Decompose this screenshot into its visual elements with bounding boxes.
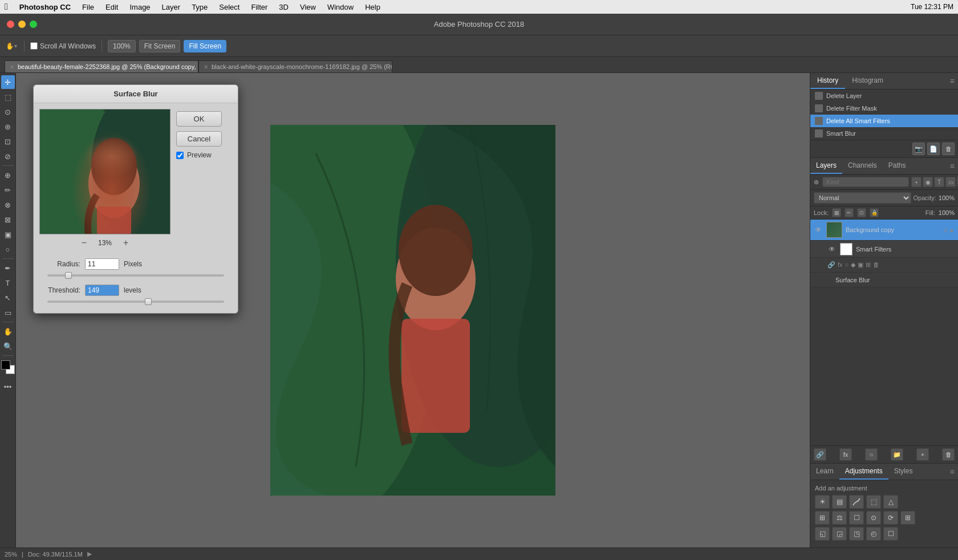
- menu-image[interactable]: Image: [127, 3, 152, 11]
- selective-color-button[interactable]: ☐: [883, 527, 898, 541]
- tab-1[interactable]: ✕ beautiful-beauty-female-2252368.jpg @ …: [5, 60, 198, 72]
- extras-tool[interactable]: •••: [1, 380, 15, 393]
- lasso-tool[interactable]: ⊙: [1, 105, 15, 119]
- add-mask-button[interactable]: ○: [865, 448, 878, 461]
- invert-button[interactable]: ◱: [815, 527, 830, 541]
- threshold-slider-track[interactable]: [47, 301, 224, 303]
- tab-styles[interactable]: Styles: [888, 464, 919, 480]
- zoom-in-icon[interactable]: +: [123, 238, 128, 248]
- copy-icon[interactable]: ⊞: [866, 261, 871, 269]
- hue-saturation-button[interactable]: ⊞: [815, 511, 830, 525]
- marquee-tool[interactable]: ⬚: [1, 90, 15, 104]
- layer-scroll-icon[interactable]: ▲: [949, 227, 955, 233]
- sub-layer-surface-blur[interactable]: 🔗 fx ○ ◆ ▣ ⊞ 🗑: [810, 258, 958, 273]
- fit-screen-button[interactable]: Fit Screen: [139, 40, 181, 52]
- mask-diamond-icon[interactable]: ◆: [851, 261, 855, 269]
- vibrance-button[interactable]: △: [883, 495, 898, 509]
- adj-panel-menu-icon[interactable]: ≡: [950, 467, 955, 476]
- pen-tool[interactable]: ✒: [1, 261, 15, 275]
- menu-edit[interactable]: Edit: [103, 3, 120, 11]
- canvas-area[interactable]: Surface Blur: [16, 73, 810, 547]
- hand-tool-btn[interactable]: ✋: [1, 324, 15, 338]
- filter-adjustment-icon[interactable]: ◉: [923, 177, 933, 187]
- zoom-display[interactable]: 100%: [108, 40, 136, 52]
- new-document-button[interactable]: 📄: [927, 143, 940, 155]
- color-lookup-button[interactable]: ⊞: [900, 511, 915, 525]
- tab-histogram[interactable]: Histogram: [845, 73, 890, 89]
- menu-filter[interactable]: Filter: [249, 3, 270, 11]
- lock-pixels-icon[interactable]: ▦: [832, 208, 841, 217]
- mask-square-icon[interactable]: ▣: [858, 261, 863, 269]
- new-snapshot-button[interactable]: 📷: [912, 143, 925, 155]
- layer-smart-filter-icon[interactable]: ⊙: [943, 227, 948, 233]
- gradient-tool[interactable]: ▣: [1, 228, 15, 241]
- scroll-all-windows-checkbox[interactable]: Scroll All Windows: [30, 42, 96, 50]
- tab-channels[interactable]: Channels: [842, 158, 883, 174]
- scroll-all-windows-input[interactable]: [30, 42, 38, 50]
- layers-panel-menu-icon[interactable]: ≡: [950, 161, 955, 171]
- menu-layer[interactable]: Layer: [160, 3, 183, 11]
- tab-2-close[interactable]: ✕: [204, 64, 208, 70]
- dodge-tool[interactable]: ○: [1, 242, 15, 256]
- threshold-input[interactable]: [85, 285, 119, 296]
- levels-button[interactable]: ▤: [832, 495, 847, 509]
- path-select-tool[interactable]: ↖: [1, 291, 15, 305]
- menu-view[interactable]: View: [298, 3, 318, 11]
- history-item-4[interactable]: Smart Blur: [810, 127, 958, 140]
- zoom-tool[interactable]: 🔍: [1, 339, 15, 353]
- blend-mode-select[interactable]: Normal: [814, 192, 911, 204]
- status-expand-arrow[interactable]: ▶: [87, 550, 92, 558]
- threshold-button[interactable]: ◳: [849, 527, 864, 541]
- fx-icon[interactable]: fx: [838, 261, 843, 269]
- history-panel-menu-icon[interactable]: ≡: [950, 76, 955, 86]
- lock-all-icon[interactable]: 🔒: [870, 208, 879, 217]
- healing-tool[interactable]: ⊕: [1, 168, 15, 182]
- minimize-button[interactable]: [18, 21, 26, 28]
- new-layer-button[interactable]: +: [916, 448, 929, 461]
- tab-2[interactable]: ✕ black-and-white-grayscale-monochrome-1…: [198, 60, 392, 72]
- fill-screen-button[interactable]: Fill Screen: [184, 40, 226, 52]
- tab-adjustments[interactable]: Adjustments: [839, 464, 888, 480]
- photo-filter-button[interactable]: ⊙: [866, 511, 881, 525]
- preview-checkbox-label[interactable]: Preview: [176, 151, 222, 159]
- ok-button[interactable]: OK: [176, 111, 222, 127]
- link-layers-button[interactable]: 🔗: [814, 448, 826, 461]
- menu-select[interactable]: Select: [217, 3, 242, 11]
- menu-photoshop[interactable]: Photoshop CC: [17, 3, 73, 11]
- tab-learn[interactable]: Learn: [810, 464, 839, 480]
- lock-artboard-icon[interactable]: ⊡: [857, 208, 866, 217]
- foreground-color-swatch[interactable]: [1, 360, 10, 370]
- hand-tool[interactable]: ✋ ▾: [5, 39, 18, 53]
- radius-slider-track[interactable]: [47, 274, 224, 277]
- quick-select-tool[interactable]: ⊛: [1, 120, 15, 133]
- link-icon[interactable]: 🔗: [827, 261, 835, 269]
- radius-slider-thumb[interactable]: [65, 272, 72, 279]
- filter-input[interactable]: [822, 177, 909, 187]
- delete-state-button[interactable]: 🗑: [942, 143, 955, 155]
- delete-layer-button[interactable]: 🗑: [942, 448, 955, 461]
- preview-checkbox[interactable]: [176, 152, 184, 159]
- threshold-slider-thumb[interactable]: [145, 298, 152, 305]
- apple-menu[interactable]: : [5, 2, 8, 12]
- gradient-map-button[interactable]: ◴: [866, 527, 881, 541]
- lock-position-icon[interactable]: ✏: [845, 208, 854, 217]
- channel-mixer-button[interactable]: ⟳: [883, 511, 898, 525]
- menu-file[interactable]: File: [80, 3, 96, 11]
- type-tool[interactable]: T: [1, 276, 15, 290]
- menu-3d[interactable]: 3D: [277, 3, 291, 11]
- tab-history[interactable]: History: [810, 73, 845, 89]
- cancel-button[interactable]: Cancel: [176, 131, 222, 147]
- maximize-button[interactable]: [30, 21, 37, 28]
- color-balance-button[interactable]: ⚖: [832, 511, 847, 525]
- move-tool[interactable]: ✛: [1, 75, 15, 89]
- history-item-3[interactable]: Delete All Smart Filters: [810, 115, 958, 127]
- surface-blur-name-row[interactable]: Surface Blur: [810, 273, 958, 287]
- clone-tool[interactable]: ⊗: [1, 198, 15, 212]
- filter-type-icon[interactable]: T: [934, 177, 944, 187]
- brightness-contrast-button[interactable]: ☀: [815, 495, 830, 509]
- brush-tool[interactable]: ✏: [1, 183, 15, 197]
- filter-pixel-icon[interactable]: ▪: [911, 177, 922, 187]
- menu-help[interactable]: Help: [363, 3, 383, 11]
- tab-paths[interactable]: Paths: [883, 158, 912, 174]
- add-style-button[interactable]: fx: [839, 448, 852, 461]
